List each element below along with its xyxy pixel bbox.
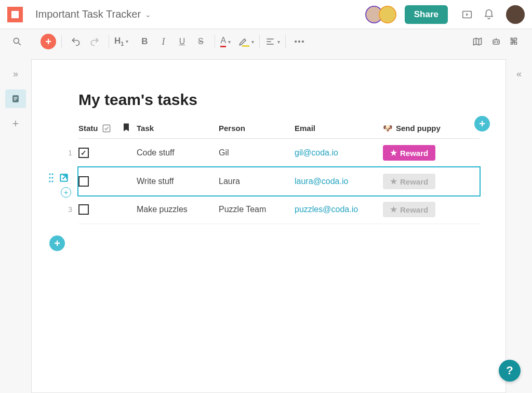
doc-title-dropdown[interactable]: Important Task Tracker ⌄ [35, 8, 151, 20]
italic-icon[interactable]: I [154, 33, 172, 50]
reward-button[interactable]: ★ Reward [383, 174, 435, 189]
column-header-status[interactable]: Statu [78, 123, 121, 134]
redo-icon[interactable] [86, 33, 103, 50]
document-canvas[interactable]: My team's tasks + Statu Task Person Emai… [31, 59, 506, 393]
chevron-down-icon: ▾ [126, 38, 128, 44]
cell-task[interactable]: Make puzzles [137, 205, 219, 214]
strikethrough-icon[interactable]: S [192, 33, 209, 50]
svg-point-19 [51, 173, 53, 175]
underline-icon[interactable]: U [173, 33, 191, 50]
help-button[interactable]: ? [499, 360, 521, 382]
collapse-right-rail-icon[interactable]: « [509, 64, 529, 83]
svg-point-23 [51, 180, 53, 182]
row-handle[interactable] [46, 173, 69, 183]
presence-avatars[interactable] [369, 6, 396, 23]
svg-point-10 [495, 42, 496, 43]
chevron-down-icon: ⌄ [145, 10, 151, 19]
column-header-person[interactable]: Person [219, 124, 295, 133]
checkbox-unchecked-icon[interactable] [78, 204, 89, 215]
cell-reward[interactable]: ★ Reward [383, 202, 461, 217]
chevron-down-icon: ▾ [228, 39, 231, 45]
formatting-toolbar: + H1 ▾ B I U S A ▾ ▾ ▾ ••• [0, 29, 532, 54]
cell-person[interactable]: Gil [219, 148, 295, 158]
star-icon: ★ [390, 177, 397, 186]
svg-line-25 [63, 175, 67, 179]
cell-reward[interactable]: ★ Reward [383, 145, 461, 161]
insert-button[interactable]: + [41, 34, 56, 49]
cell-status[interactable] [78, 148, 121, 158]
avatar-user-2[interactable] [379, 6, 396, 23]
svg-rect-16 [14, 100, 16, 100]
cell-person[interactable]: Puzzle Team [219, 205, 295, 214]
heading-style-dropdown[interactable]: H1 ▾ [114, 36, 128, 47]
presentation-icon[interactable] [458, 6, 476, 23]
page-nav-item[interactable] [5, 89, 26, 108]
checkbox-unchecked-icon[interactable] [78, 176, 89, 187]
separator [215, 35, 215, 48]
profile-avatar[interactable] [506, 5, 525, 24]
table-row[interactable]: + Write stuff Laura laura@coda.io ★ Rewa… [77, 166, 481, 197]
reward-label: Reward [400, 177, 428, 186]
align-dropdown[interactable]: ▾ [265, 36, 280, 47]
cell-reward[interactable]: ★ Reward [383, 174, 461, 189]
svg-rect-17 [103, 125, 110, 132]
svg-point-20 [49, 177, 50, 178]
column-header-bookmark[interactable] [121, 122, 137, 134]
reward-button[interactable]: ★ Reward [383, 202, 435, 217]
cell-task[interactable]: Code stuff [137, 148, 219, 158]
cell-email[interactable]: puzzles@coda.io [295, 205, 383, 214]
email-link[interactable]: puzzles@coda.io [295, 205, 358, 214]
row-number: 1 [62, 149, 72, 157]
highlight-color-dropdown[interactable]: ▾ [238, 36, 254, 47]
more-icon[interactable]: ••• [291, 33, 309, 50]
left-rail: » + [0, 54, 31, 393]
svg-line-3 [19, 43, 21, 45]
bell-icon[interactable] [480, 6, 498, 23]
svg-rect-14 [14, 97, 18, 98]
app-header: Important Task Tracker ⌄ Share [0, 0, 532, 29]
puzzle-icon[interactable] [506, 33, 524, 50]
svg-marker-1 [466, 13, 469, 16]
body-wrap: » + My team's tasks + Statu Task Person … [0, 54, 532, 393]
cell-status[interactable] [78, 176, 121, 187]
share-button[interactable]: Share [405, 5, 448, 24]
chevron-down-icon: ▾ [251, 39, 254, 45]
bold-icon[interactable]: B [136, 33, 153, 50]
column-label: Send puppy [396, 124, 441, 133]
email-link[interactable]: laura@coda.io [295, 177, 348, 186]
add-row-button[interactable]: + [49, 235, 65, 251]
map-icon[interactable] [469, 33, 486, 50]
logo-mark [11, 11, 19, 18]
cell-email[interactable]: laura@coda.io [295, 177, 383, 186]
checkbox-checked-icon[interactable] [78, 148, 89, 158]
page-title[interactable]: My team's tasks [78, 91, 480, 109]
puppy-icon: 🐶 [383, 124, 393, 133]
email-link[interactable]: gil@coda.io [295, 148, 338, 158]
cell-status[interactable] [78, 204, 121, 215]
text-color-dropdown[interactable]: A ▾ [220, 36, 231, 47]
reward-button[interactable]: ★ Reward [383, 145, 435, 161]
reward-label: Reward [400, 205, 428, 214]
reward-label: Reward [400, 149, 428, 158]
svg-point-11 [497, 42, 498, 43]
right-rail: « [506, 54, 532, 393]
column-header-task[interactable]: Task [137, 124, 219, 133]
search-icon[interactable] [8, 33, 26, 50]
table-row[interactable]: 1 Code stuff Gil gil@coda.io ★ Reward [78, 139, 480, 167]
column-header-email[interactable]: Email [295, 124, 383, 133]
cell-task[interactable]: Write stuff [137, 177, 219, 186]
svg-point-18 [49, 173, 50, 175]
cell-email[interactable]: gil@coda.io [295, 148, 383, 158]
insert-row-below-button[interactable]: + [61, 187, 71, 198]
robot-icon[interactable] [487, 33, 505, 50]
add-page-icon[interactable]: + [5, 114, 26, 133]
column-header-reward[interactable]: 🐶 Send puppy [383, 124, 461, 133]
svg-point-21 [51, 177, 53, 178]
collapse-rail-icon[interactable]: » [5, 64, 26, 83]
column-label: Statu [78, 124, 98, 133]
app-logo[interactable] [7, 7, 23, 22]
undo-icon[interactable] [67, 33, 85, 50]
table-row[interactable]: 3 Make puzzles Puzzle Team puzzles@coda.… [78, 195, 480, 224]
add-column-button[interactable]: + [474, 116, 490, 132]
cell-person[interactable]: Laura [219, 177, 295, 186]
